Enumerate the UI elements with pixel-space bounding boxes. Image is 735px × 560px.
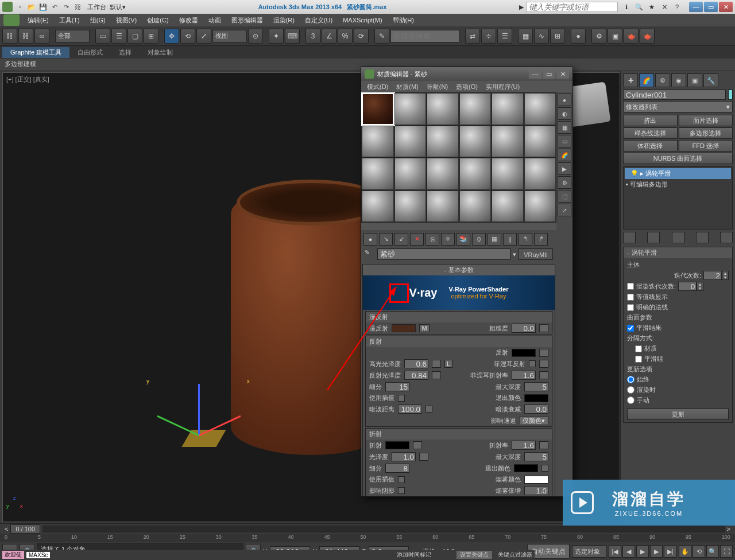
maxscript-label[interactable]: MAXSc: [26, 552, 50, 558]
mat-menu-material[interactable]: 材质(M): [393, 82, 422, 92]
fog-color-swatch[interactable]: [524, 476, 548, 484]
play-icon[interactable]: ▶: [636, 545, 649, 558]
roughness-input[interactable]: [512, 324, 536, 333]
app-icon[interactable]: [2, 2, 13, 12]
isoline-check[interactable]: [627, 294, 634, 301]
assign-material-icon[interactable]: ↙: [394, 233, 408, 246]
update-always-radio[interactable]: [627, 376, 635, 383]
menu-views[interactable]: 视图(V): [111, 15, 142, 26]
reflect-color-swatch[interactable]: [512, 349, 536, 357]
material-slot-2[interactable]: [394, 93, 427, 125]
editnamed-icon[interactable]: ✎: [374, 29, 389, 44]
sample-uv-icon[interactable]: ▭: [558, 135, 571, 147]
use-interp-check[interactable]: [398, 395, 405, 402]
goto-start-icon[interactable]: |◀: [609, 545, 621, 558]
material-slot-18[interactable]: [524, 158, 556, 190]
tab-create-icon[interactable]: ✚: [623, 73, 638, 87]
menu-rendering[interactable]: 渲染(R): [269, 15, 299, 26]
go-sibling-icon[interactable]: ↱: [534, 233, 548, 246]
refr-interp-check[interactable]: [398, 476, 405, 483]
search-icon[interactable]: 🔍: [634, 2, 644, 12]
graphite-icon[interactable]: ▦: [518, 29, 533, 44]
select-icon[interactable]: ▭: [95, 29, 110, 44]
ribbon-tab-freeform[interactable]: 自由形式: [69, 47, 111, 58]
l-button[interactable]: L: [444, 360, 452, 368]
smooth-result-check[interactable]: [627, 325, 634, 332]
go-parent-icon[interactable]: ↰: [519, 233, 532, 246]
ribbon-tab-objpaint[interactable]: 对象绘制: [140, 47, 181, 58]
render-iter-check[interactable]: [627, 283, 634, 290]
pivot-icon[interactable]: ⊙: [248, 29, 263, 44]
named-selset-input[interactable]: [390, 30, 459, 42]
exit-color-swatch[interactable]: [524, 394, 548, 402]
menu-customize[interactable]: 自定义(U): [300, 15, 337, 26]
reflect-map-button[interactable]: [539, 349, 548, 357]
zoom-icon[interactable]: 🔍: [706, 545, 719, 558]
minimize-button[interactable]: —: [689, 2, 703, 12]
material-slot-24[interactable]: [524, 190, 556, 223]
material-slot-16[interactable]: [459, 158, 492, 190]
timeline-next-icon[interactable]: >: [727, 526, 730, 532]
help-search[interactable]: [526, 2, 618, 12]
diffuse-color-swatch[interactable]: [392, 324, 416, 332]
ribbon-tab-selection[interactable]: 选择: [111, 47, 140, 58]
mirror-icon[interactable]: ⇄: [465, 29, 480, 44]
menu-animation[interactable]: 动画: [204, 15, 226, 26]
material-slot-5[interactable]: [492, 93, 524, 125]
update-manual-radio[interactable]: [627, 396, 635, 404]
material-editor-titlebar[interactable]: 材质编辑器 - 紧砂 — ▭ ✕: [361, 67, 572, 81]
fog-mult-input[interactable]: [524, 486, 548, 495]
render-icon[interactable]: 🫖: [624, 29, 639, 44]
material-slot-1[interactable]: [362, 93, 394, 125]
reset-map-icon[interactable]: ✕: [410, 233, 424, 246]
mat-menu-options[interactable]: 选项(O): [452, 82, 481, 92]
angle-snap-icon[interactable]: ∠: [322, 29, 336, 44]
dim-dist-input[interactable]: [398, 405, 422, 414]
btn-volume-select[interactable]: 体积选择: [623, 140, 678, 151]
material-slot-4[interactable]: [459, 93, 492, 125]
material-slot-9[interactable]: [427, 126, 459, 158]
menu-maxscript[interactable]: MAXScript(M): [338, 15, 386, 25]
pan-icon[interactable]: ✋: [679, 545, 691, 558]
infocenter-icon[interactable]: ℹ: [621, 2, 632, 12]
workspace-label[interactable]: 工作台: 默认: [87, 3, 122, 11]
hilight-gloss-input[interactable]: [404, 359, 428, 368]
material-slot-scrollbar[interactable]: [361, 223, 556, 231]
schematic-icon[interactable]: ⊞: [550, 29, 565, 44]
material-slot-15[interactable]: [427, 158, 459, 190]
modifier-stack[interactable]: 💡 ▸ 涡轮平滑 ▪ 可编辑多边形: [623, 166, 733, 230]
material-slot-20[interactable]: [394, 190, 427, 223]
dim-falloff-input[interactable]: [524, 405, 548, 414]
manipulate-icon[interactable]: ✦: [269, 29, 284, 44]
btn-spline-select[interactable]: 样条线选择: [623, 127, 678, 139]
menu-help[interactable]: 帮助(H): [388, 15, 419, 26]
favorite-icon[interactable]: ★: [647, 2, 657, 12]
options-icon[interactable]: ⚙: [558, 176, 571, 189]
tab-modify-icon[interactable]: 🌈: [639, 73, 654, 87]
mat-menu-mode[interactable]: 模式(D): [363, 82, 392, 92]
redo-icon[interactable]: ↷: [61, 2, 71, 12]
max-viewport-icon[interactable]: ⛶: [720, 545, 733, 558]
material-name-input[interactable]: [377, 248, 510, 260]
prev-frame-icon[interactable]: ◀: [622, 545, 635, 558]
material-slot-11[interactable]: [492, 126, 524, 158]
refr-exit-color-swatch[interactable]: [514, 464, 538, 472]
mat-minimize-button[interactable]: —: [529, 69, 541, 79]
tab-motion-icon[interactable]: ◉: [671, 73, 686, 87]
help-icon[interactable]: ?: [672, 2, 682, 12]
next-frame-icon[interactable]: ▶: [650, 545, 663, 558]
material-type-button[interactable]: VRayMtl: [519, 248, 553, 260]
material-slot-6[interactable]: [524, 93, 556, 125]
tab-display-icon[interactable]: ▣: [687, 73, 702, 87]
menu-group[interactable]: 组(G): [86, 15, 110, 26]
align-icon[interactable]: ≑: [481, 29, 496, 44]
scale-icon[interactable]: ⤢: [196, 29, 211, 44]
refl-gloss-input[interactable]: [404, 371, 428, 380]
make-preview-icon[interactable]: ▶: [558, 162, 571, 175]
fresnel-ior-input[interactable]: [512, 371, 536, 380]
mat-maximize-button[interactable]: ▭: [543, 69, 555, 79]
select-region-icon[interactable]: ▢: [127, 29, 142, 44]
diffuse-map-button[interactable]: M: [419, 324, 430, 332]
render-iter-input[interactable]: [678, 282, 697, 291]
btn-ffd-select[interactable]: FFD 选择: [679, 140, 733, 151]
